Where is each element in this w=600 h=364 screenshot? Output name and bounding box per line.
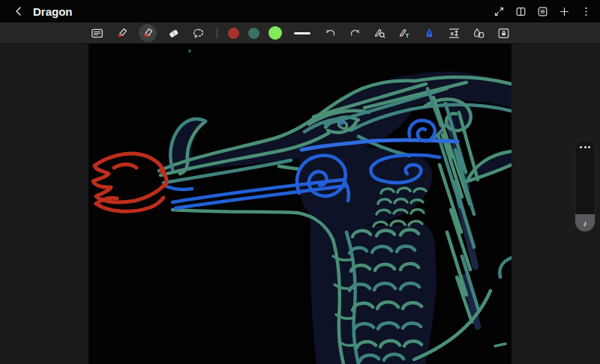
pen-tool-button[interactable]: [114, 25, 130, 41]
expand-icon: [493, 5, 506, 18]
more-dots-icon[interactable]: [580, 146, 590, 148]
undo-button[interactable]: [322, 25, 338, 41]
handwriting-to-text-icon: T: [398, 26, 412, 40]
spen-to-text-button[interactable]: [422, 25, 437, 41]
eraser-icon: [166, 26, 181, 40]
marker-icon-selected: [140, 26, 154, 40]
lasso-select-icon: [191, 26, 206, 40]
drawing-canvas[interactable]: [88, 43, 512, 364]
shapes-button[interactable]: [471, 25, 487, 41]
expand-button[interactable]: [492, 4, 506, 18]
toolbar-divider: [217, 28, 218, 38]
drawing-toolbar: T a: [0, 22, 600, 43]
page-list-button[interactable]: [536, 4, 549, 18]
redo-icon: [348, 26, 362, 40]
chevron-left-icon: [12, 4, 26, 18]
text-size-button[interactable]: a: [446, 25, 462, 41]
more-options-icon: [580, 5, 592, 18]
redo-button[interactable]: [347, 25, 363, 41]
color-swatch-teal[interactable]: [248, 28, 260, 39]
dragon-drawing: [88, 43, 512, 364]
pen-icon: [115, 26, 129, 40]
line-thickness-indicator[interactable]: [294, 32, 310, 34]
split-view-button[interactable]: [514, 4, 527, 18]
svg-text:T: T: [405, 32, 409, 39]
music-note-icon: ♪: [583, 219, 587, 228]
eraser-tool-button[interactable]: [166, 25, 182, 41]
handwriting-search-icon: [373, 26, 387, 40]
title-bar: Dragon: [0, 0, 600, 22]
text-size-icon: a: [447, 26, 461, 40]
back-button[interactable]: [8, 0, 30, 22]
add-page-icon: [558, 5, 571, 18]
more-options-button[interactable]: [579, 4, 592, 18]
handwriting-to-text-button[interactable]: T: [397, 25, 412, 41]
undo-icon: [323, 26, 338, 40]
stray-dot: [188, 49, 191, 52]
page-list-icon: [536, 5, 549, 18]
locked-page-icon: [496, 26, 511, 40]
audio-note-button[interactable]: ♪: [575, 214, 595, 231]
spen-to-text-icon-active: [422, 26, 436, 40]
add-page-button[interactable]: [557, 4, 571, 18]
handwriting-search-button[interactable]: [372, 25, 388, 41]
page-title: Dragon: [33, 5, 73, 18]
floating-handle-panel[interactable]: ♪: [574, 139, 596, 232]
titlebar-actions: [492, 0, 592, 22]
note-template-icon: [90, 26, 104, 40]
split-view-icon: [514, 5, 527, 18]
color-swatch-red[interactable]: [228, 28, 239, 39]
note-template-button[interactable]: [89, 25, 105, 41]
svg-text:a: a: [450, 31, 453, 37]
marker-tool-button[interactable]: [139, 24, 157, 42]
shapes-icon: [472, 26, 486, 40]
locked-page-button[interactable]: [496, 25, 512, 41]
lasso-select-button[interactable]: [190, 25, 206, 41]
app-window: Dragon: [0, 0, 600, 364]
color-swatch-green-selected[interactable]: [268, 26, 282, 40]
